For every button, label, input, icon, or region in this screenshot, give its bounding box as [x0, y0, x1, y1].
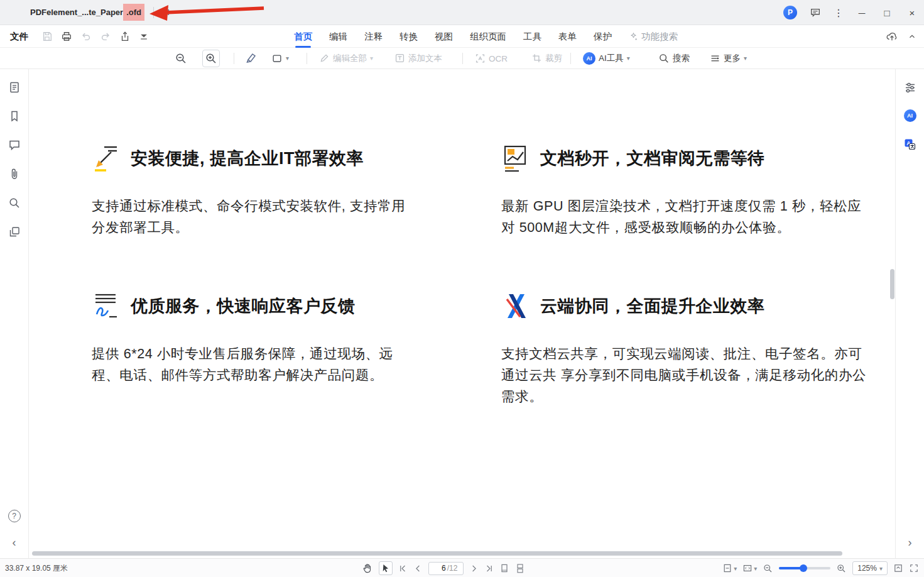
save-icon[interactable] [41, 31, 53, 42]
quick-access-toolbar [41, 25, 149, 48]
cloud-upload-icon[interactable] [886, 31, 898, 43]
close-button[interactable]: × [905, 8, 919, 18]
share-export-icon[interactable] [119, 31, 131, 42]
feature-search[interactable]: 功能搜索 [629, 31, 678, 43]
new-tab-button[interactable]: + [160, 6, 177, 19]
tab-home[interactable]: 首页 [294, 25, 312, 48]
app-logo-icon[interactable]: P [783, 6, 797, 19]
previous-page-icon[interactable] [413, 564, 423, 573]
collapse-left-icon[interactable]: ‹ [13, 536, 16, 549]
undo-icon[interactable] [80, 31, 92, 42]
secondary-toolbar: ▾ 编辑全部 ▾ 添加文本 OCR 裁剪 AI AI工具 ▾ New [0, 48, 924, 69]
tab-title-extension-highlight: .ofd [123, 4, 144, 21]
document-canvas[interactable]: 安装便捷, 提高企业IT部署效率 支持通过标准模式、命令行模式安装软件, 支持常… [29, 69, 895, 558]
page-dimensions: 33.87 x 19.05 厘米 [5, 559, 68, 577]
chevron-down-icon: ▾ [627, 55, 630, 62]
crop-button[interactable]: 裁剪 [531, 53, 562, 64]
feature-title: 优质服务，快速响应客户反馈 [131, 295, 356, 317]
menubar-right-controls [886, 25, 916, 48]
bookmarks-icon[interactable] [8, 109, 21, 123]
more-menu-icon[interactable]: ⋮ [834, 7, 844, 19]
divider [462, 53, 463, 64]
zoom-slider-thumb[interactable] [800, 564, 807, 572]
chevron-down-icon: ▾ [879, 565, 883, 572]
tab-view[interactable]: 视图 [435, 25, 453, 48]
tab-convert[interactable]: 转换 [399, 25, 418, 48]
next-page-icon[interactable] [469, 564, 479, 573]
tab-edit[interactable]: 编辑 [329, 25, 347, 48]
customize-quick-access-icon[interactable] [139, 31, 149, 41]
divider [570, 53, 571, 64]
zoom-controls: ▾ ▾ 125% ▾ [722, 559, 919, 577]
highlighter-tool-icon[interactable] [245, 52, 258, 65]
feedback-icon[interactable] [808, 6, 822, 19]
hand-tool-icon[interactable] [362, 563, 373, 574]
search-panel-icon[interactable] [8, 196, 21, 210]
page-total: /12 [447, 564, 458, 573]
comments-icon[interactable] [8, 138, 21, 152]
zoom-out-icon[interactable] [763, 563, 773, 574]
maximize-button[interactable]: □ [880, 8, 894, 18]
layers-icon[interactable] [8, 225, 21, 239]
feature-block-install: 安装便捷, 提高企业IT部署效率 支持通过标准模式、命令行模式安装软件, 支持常… [92, 141, 409, 238]
page-number-input[interactable] [435, 564, 446, 573]
feature-body: 支持文档云共享，可实现云端阅读、批注、电子签名。亦可通过云共 享分享到不同电脑或… [501, 343, 869, 407]
service-signature-icon [92, 292, 119, 321]
horizontal-scrollbar[interactable] [32, 551, 842, 556]
chevron-down-icon: ▾ [734, 565, 737, 572]
zoom-in-icon[interactable] [836, 563, 847, 574]
zoom-slider[interactable] [779, 567, 830, 569]
tab-form[interactable]: 表单 [558, 25, 577, 48]
vertical-scrollbar[interactable] [890, 269, 894, 299]
tab-protect[interactable]: 保护 [594, 25, 612, 48]
edit-all-button[interactable]: 编辑全部 ▾ [319, 53, 373, 64]
fit-page-mode-icon[interactable]: ▾ [722, 563, 737, 573]
app-window: PDFelement_...te_Paper.ofd + P ⋮ ─ □ × 文… [0, 0, 924, 577]
page-thumbnails-icon[interactable] [8, 80, 21, 94]
fit-screen-icon[interactable] [893, 563, 903, 573]
redo-icon[interactable] [100, 31, 111, 42]
ocr-button[interactable]: OCR [475, 53, 508, 63]
chevron-down-icon: ▾ [286, 55, 289, 62]
left-sidebar-bottom: ? ‹ [8, 510, 21, 549]
fast-open-chart-icon [501, 144, 529, 173]
collapse-ribbon-icon[interactable] [908, 32, 916, 41]
cloud-collab-icon [501, 292, 529, 321]
tab-tools[interactable]: 工具 [523, 25, 541, 48]
zoom-level-dropdown[interactable]: 125% ▾ [852, 561, 888, 575]
feature-block-service: 优质服务，快速响应客户反馈 提供 6*24 小时专业售后服务保障，通过现场、远程… [92, 289, 403, 386]
zoom-out-tool-icon[interactable] [175, 52, 187, 65]
feature-title: 云端协同，全面提升企业效率 [540, 295, 765, 317]
attachments-icon[interactable] [8, 167, 21, 181]
last-page-icon[interactable] [484, 564, 494, 573]
expand-right-icon[interactable]: › [908, 536, 912, 549]
properties-sliders-icon[interactable] [903, 80, 917, 94]
fit-width-mode-icon[interactable]: ▾ [742, 563, 757, 573]
ribbon-tabs: 首页 编辑 注释 转换 视图 组织页面 工具 表单 保护 功能搜索 [294, 25, 678, 48]
divider [307, 53, 307, 64]
more-tools-button[interactable]: 更多 ▾ [710, 53, 747, 64]
zoom-in-tool-icon[interactable] [202, 50, 220, 67]
tab-comment[interactable]: 注释 [364, 25, 383, 48]
select-tool-icon[interactable] [379, 561, 393, 575]
window-controls: P ⋮ ─ □ × [783, 0, 919, 25]
search-button[interactable]: 搜索 [658, 53, 690, 64]
fullscreen-icon[interactable] [909, 563, 919, 573]
page-number-box[interactable]: /12 [428, 562, 464, 575]
divider [153, 7, 154, 18]
continuous-view-icon[interactable] [515, 563, 525, 573]
shape-tool[interactable]: ▾ [271, 53, 289, 64]
first-page-icon[interactable] [398, 564, 408, 573]
file-menu[interactable]: 文件 [10, 25, 28, 48]
document-tab[interactable]: PDFelement_...te_Paper.ofd [21, 0, 147, 25]
tab-organize-pages[interactable]: 组织页面 [470, 25, 506, 48]
ai-tools-button[interactable]: AI AI工具 ▾ New [583, 52, 924, 65]
add-text-button[interactable]: 添加文本 [394, 53, 442, 64]
titlebar: PDFelement_...te_Paper.ofd + P ⋮ ─ □ × [0, 0, 924, 25]
minimize-button[interactable]: ─ [855, 8, 869, 18]
print-icon[interactable] [61, 31, 72, 42]
single-page-view-icon[interactable] [499, 563, 509, 573]
help-icon[interactable]: ? [8, 510, 21, 522]
ai-sidebar-icon[interactable]: AI [904, 109, 916, 122]
translate-icon[interactable]: A [903, 137, 917, 151]
